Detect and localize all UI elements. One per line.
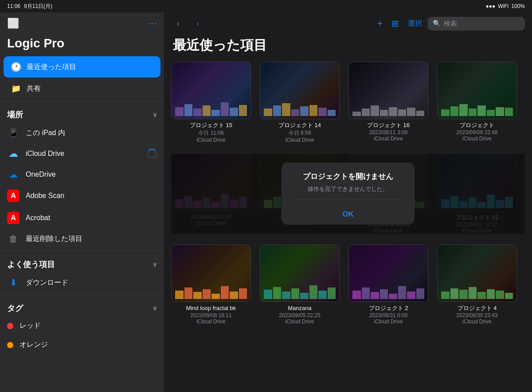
add-icon: +	[377, 18, 383, 29]
places-section-header: 場所 ∨	[0, 103, 164, 123]
files-grid: プロジェクト 15 今日 11:06 iCloud Drive	[164, 62, 532, 392]
modal-ok-button[interactable]: OK	[282, 204, 415, 225]
modal-overlay: プロジェクトを開けません 操作を完了できませんでした。 OK	[171, 154, 525, 234]
places-chevron-icon[interactable]: ∨	[153, 111, 157, 118]
file-name-mbk: Mind loop fractal bk	[186, 305, 236, 312]
file-name-p4: プロジェクト 4	[458, 305, 497, 312]
add-button[interactable]: +	[377, 18, 383, 29]
clock-icon: 🕐	[11, 62, 21, 72]
divider-1	[0, 101, 164, 101]
files-row-1: プロジェクト 15 今日 11:06 iCloud Drive	[171, 62, 525, 143]
select-label: 選択	[408, 19, 422, 28]
content-toolbar: ‹ › + ⊞ 選択 🔍 検索	[164, 12, 532, 35]
waveform-lines-p2	[349, 284, 428, 302]
sidebar-item-shared[interactable]: 📁 共有	[4, 78, 160, 99]
file-item-p14[interactable]: プロジェクト 14 今日 8:59 iCloud Drive	[260, 62, 340, 143]
places-label: 場所	[7, 109, 23, 120]
file-date-p15: 今日 11:06	[198, 129, 223, 137]
waveform-lines-mbk	[172, 284, 250, 302]
modal-content: プロジェクトを開けません 操作を完了できませんでした。	[282, 163, 415, 204]
icloud-label: iCloud Drive	[26, 150, 64, 158]
modal-buttons: OK	[282, 204, 415, 225]
file-name-p2: プロジェクト 2	[369, 305, 408, 312]
acrobat-label: Acrobat	[26, 214, 50, 222]
tags-section-header: タグ ∨	[0, 297, 164, 316]
tags-label: タグ	[7, 303, 23, 314]
divider-3	[0, 295, 164, 295]
acrobat-icon: A	[7, 212, 20, 224]
file-thumbnail-p	[437, 62, 517, 119]
file-date-manz: 2023/09/05 22:25	[279, 312, 320, 318]
file-name-p15: プロジェクト 15	[190, 122, 232, 129]
file-location-p4: iCloud Drive	[462, 318, 491, 325]
sidebar-shared-label: 共有	[27, 84, 41, 93]
grid-icon: ⊞	[391, 18, 399, 29]
files-row-3: Mind loop fractal bk 2023/09/08 16:11 iC…	[171, 245, 525, 325]
status-time: 11:06	[7, 3, 20, 9]
waveform-lines-p15	[172, 101, 250, 119]
sidebar-item-recents[interactable]: 🕐 最近使った項目	[4, 56, 160, 78]
sidebar-item-onedrive[interactable]: ☁ OneDrive	[0, 164, 164, 185]
downloads-label: ダウンロード	[26, 278, 68, 287]
favorites-chevron-icon[interactable]: ∨	[153, 261, 157, 268]
sidebar-recents-label: 最近使った項目	[27, 62, 76, 72]
sidebar-item-adobescan[interactable]: A Adobe Scan	[0, 185, 164, 207]
sidebar-item-ipad[interactable]: 📱 この iPad 内	[0, 123, 164, 143]
status-right: ●●● WiFi 100%	[486, 3, 525, 9]
divider-2	[0, 251, 164, 251]
error-dialog: プロジェクトを開けません 操作を完了できませんでした。 OK	[282, 163, 415, 225]
file-location-p: iCloud Drive	[462, 136, 491, 142]
tags-chevron-icon[interactable]: ∨	[153, 305, 157, 312]
onedrive-label: OneDrive	[26, 171, 56, 179]
file-date-p4: 2023/08/30 23:43	[456, 312, 497, 318]
sidebar-item-recently-deleted[interactable]: 🗑 最近削除した項目	[0, 229, 164, 249]
sidebar-item-tag-orange[interactable]: オレンジ	[0, 335, 164, 354]
file-date-p: 2023/09/09 22:48	[456, 129, 497, 136]
waveform-lines-p4	[438, 284, 516, 302]
sidebar-toggle-icon[interactable]: ⬜	[7, 18, 19, 29]
sidebar-item-downloads[interactable]: ⬇ ダウンロード	[0, 272, 164, 293]
select-button[interactable]: 選択	[408, 19, 422, 28]
red-tag-dot	[7, 323, 13, 329]
waveform-lines-p	[438, 101, 516, 119]
grid-view-button[interactable]: ⊞	[391, 18, 399, 29]
main-layout: ⬜ ⋯ Logic Pro 🕐 最近使った項目 📁 共有 場所 ∨ 📱 この i…	[0, 12, 532, 392]
status-bar: 11:06 9月11日(月) ●●● WiFi 100%	[0, 0, 532, 12]
file-name-manz: Manzana	[288, 305, 311, 312]
file-location-p14: iCloud Drive	[285, 137, 314, 143]
file-item-p[interactable]: プロジェクト 2023/09/09 22:48 iCloud Drive	[437, 62, 517, 143]
sidebar-item-icloud[interactable]: ☁ iCloud Drive	[0, 143, 164, 164]
file-item-p15[interactable]: プロジェクト 15 今日 11:06 iCloud Drive	[171, 62, 251, 143]
file-item-mbk[interactable]: Mind loop fractal bk 2023/09/08 16:11 iC…	[171, 245, 251, 325]
file-item-manz[interactable]: Manzana 2023/09/05 22:25 iCloud Drive	[260, 245, 340, 325]
search-bar[interactable]: 🔍 検索	[427, 17, 525, 31]
sidebar-more-icon[interactable]: ⋯	[147, 18, 157, 29]
file-item-p16[interactable]: プロジェクト 16 2023/09/11 3:09 iCloud Drive	[348, 62, 428, 143]
file-thumbnail-manz	[260, 245, 340, 302]
forward-button[interactable]: ›	[191, 16, 205, 31]
ipad-icon: 📱	[7, 128, 20, 138]
file-location-p15: iCloud Drive	[196, 137, 225, 143]
file-location-manz: iCloud Drive	[285, 318, 314, 325]
file-name-p16: プロジェクト 16	[367, 122, 410, 129]
file-thumbnail-mbk	[171, 245, 251, 302]
file-location-mbk: iCloud Drive	[196, 318, 225, 325]
file-item-p4[interactable]: プロジェクト 4 2023/08/30 23:43 iCloud Drive	[437, 245, 517, 325]
sidebar-app-title: Logic Pro	[0, 35, 164, 56]
sidebar-item-acrobat[interactable]: A Acrobat	[0, 207, 164, 229]
content-area: ‹ › + ⊞ 選択 🔍 検索 最近使った項目	[164, 12, 532, 392]
folder-icon: 📁	[11, 84, 21, 93]
waveform-lines-p16	[349, 101, 428, 119]
recently-deleted-label: 最近削除した項目	[26, 234, 82, 244]
file-thumbnail-p2	[348, 245, 428, 302]
file-thumbnail-p4	[437, 245, 517, 302]
back-button[interactable]: ‹	[171, 16, 185, 31]
signal-icon: ●●●	[486, 3, 496, 9]
file-item-p2[interactable]: プロジェクト 2 2023/08/31 0:00 iCloud Drive	[348, 245, 428, 325]
icloud-loading-spinner	[147, 149, 157, 159]
tag-orange-label: オレンジ	[20, 340, 48, 349]
file-name-p14: プロジェクト 14	[278, 122, 321, 129]
ipad-label: この iPad 内	[26, 128, 65, 138]
favorites-section-header: よく使う項目 ∨	[0, 253, 164, 272]
sidebar-item-tag-red[interactable]: レッド	[0, 316, 164, 335]
